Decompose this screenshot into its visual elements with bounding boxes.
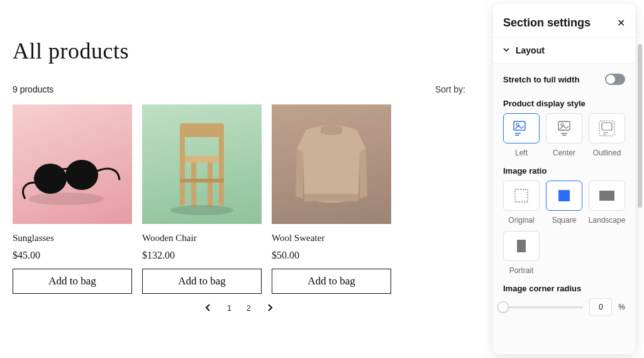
pagination-next-icon[interactable]	[266, 301, 274, 315]
corner-radius-value[interactable]: 0	[589, 298, 612, 316]
display-style-center[interactable]	[546, 113, 582, 143]
svg-rect-26	[599, 191, 614, 201]
product-card[interactable]: Sunglasses $45.00 Add to bag	[13, 104, 132, 294]
svg-point-13	[516, 123, 519, 126]
product-count: 9 products	[13, 84, 53, 94]
product-image	[142, 104, 262, 224]
pagination-page[interactable]: 1	[227, 304, 231, 313]
pagination: 1 2	[13, 301, 465, 315]
product-grid: Sunglasses $45.00 Add to bag Wooden Chai…	[13, 104, 465, 294]
list-header: 9 products Sort by:	[13, 84, 465, 94]
sort-by-label[interactable]: Sort by:	[435, 84, 465, 94]
product-card[interactable]: Wool Sweater $50.00 Add to bag	[272, 104, 391, 294]
close-icon[interactable]: ✕	[617, 18, 625, 28]
svg-rect-11	[304, 194, 358, 201]
product-image	[272, 104, 391, 224]
layout-accordion[interactable]: Layout	[493, 37, 635, 63]
product-name: Sunglasses	[13, 233, 132, 243]
image-ratio-label: Image ratio	[503, 166, 625, 176]
ratio-landscape-label: Landscape	[589, 216, 626, 225]
display-style-left[interactable]	[503, 113, 540, 143]
ratio-portrait[interactable]	[503, 231, 540, 261]
svg-rect-6	[219, 136, 224, 205]
corner-radius-slider[interactable]	[503, 306, 583, 308]
svg-point-17	[561, 123, 564, 126]
product-card[interactable]: Wooden Chair $132.00 Add to bag	[142, 104, 262, 294]
display-style-outlined-label: Outlined	[593, 148, 621, 157]
stretch-label: Stretch to full width	[503, 75, 579, 84]
add-to-bag-button[interactable]: Add to bag	[142, 269, 262, 294]
display-style-left-label: Left	[515, 148, 528, 157]
product-price: $132.00	[142, 250, 262, 261]
product-name: Wooden Chair	[142, 233, 262, 243]
panel-title: Section settings	[503, 16, 591, 30]
page-title: All products	[13, 38, 465, 64]
svg-point-1	[65, 160, 98, 190]
pagination-page[interactable]: 2	[247, 304, 251, 313]
ratio-portrait-label: Portrait	[509, 266, 534, 275]
svg-rect-25	[558, 190, 570, 201]
ratio-original-label: Original	[508, 216, 534, 225]
ratio-landscape[interactable]	[589, 181, 625, 211]
svg-rect-5	[180, 136, 185, 205]
svg-rect-4	[180, 156, 224, 162]
display-style-label: Product display style	[503, 99, 625, 108]
svg-rect-24	[515, 189, 528, 202]
corner-radius-label: Image corner radius	[503, 284, 625, 293]
corner-radius-unit: %	[618, 303, 625, 311]
slider-thumb[interactable]	[498, 302, 508, 312]
display-style-outlined[interactable]	[589, 113, 625, 143]
svg-rect-9	[180, 179, 224, 182]
product-image	[13, 104, 132, 224]
display-style-center-label: Center	[553, 148, 575, 157]
svg-point-0	[34, 164, 67, 194]
product-name: Wool Sweater	[272, 233, 391, 243]
scrollbar-thumb[interactable]	[638, 44, 642, 208]
svg-rect-7	[191, 162, 196, 206]
svg-point-2	[28, 193, 104, 205]
ratio-square[interactable]	[546, 181, 582, 211]
svg-rect-8	[208, 162, 213, 206]
svg-rect-3	[180, 123, 224, 137]
ratio-square-label: Square	[552, 216, 577, 225]
svg-point-10	[170, 205, 233, 215]
pagination-prev-icon[interactable]	[204, 301, 212, 315]
preview-pane: All products 9 products Sort by: Sunglas…	[13, 0, 480, 358]
product-price: $45.00	[13, 250, 132, 261]
ratio-original[interactable]	[503, 181, 540, 211]
add-to-bag-button[interactable]: Add to bag	[13, 269, 132, 294]
add-to-bag-button[interactable]: Add to bag	[272, 269, 391, 294]
svg-rect-27	[517, 240, 526, 252]
product-price: $50.00	[272, 250, 391, 261]
stretch-toggle[interactable]	[605, 74, 625, 85]
section-settings-panel: Section settings ✕ Layout Stretch to ful…	[493, 4, 635, 354]
accordion-label: Layout	[516, 45, 545, 55]
svg-rect-21	[602, 123, 612, 130]
chevron-down-icon	[503, 47, 509, 54]
